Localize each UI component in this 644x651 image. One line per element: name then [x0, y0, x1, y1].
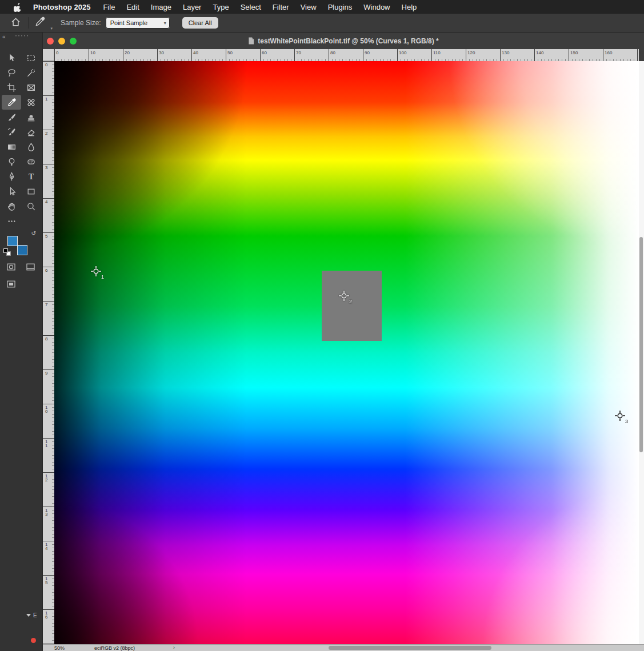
menu-bar: Photoshop 2025 FileEditImageLayerTypeSel…	[0, 0, 644, 14]
move-tool[interactable]	[2, 50, 21, 65]
blur-tool[interactable]	[21, 139, 41, 154]
clone-stamp-tool[interactable]	[21, 110, 41, 124]
swap-colors-icon[interactable]: ↺	[31, 230, 36, 236]
ruler-label: 1 4	[45, 542, 47, 550]
menu-item-edit[interactable]: Edit	[121, 3, 145, 11]
frame-tool[interactable]	[21, 80, 41, 95]
hand-icon	[7, 202, 17, 211]
pen-tool[interactable]	[2, 169, 21, 184]
menu-item-help[interactable]: Help	[396, 3, 423, 11]
menu-item-select[interactable]: Select	[235, 3, 267, 11]
collapsed-panel-tab[interactable]: E	[26, 612, 37, 618]
panel-grip[interactable]	[15, 35, 29, 37]
screen-mode-button[interactable]	[25, 262, 36, 275]
collapse-panel-button[interactable]: «	[2, 34, 5, 40]
menu-item-view[interactable]: View	[295, 3, 322, 11]
eyedropper-tool[interactable]	[2, 95, 21, 110]
document-icon	[248, 37, 254, 45]
eyedropper-icon	[34, 16, 46, 27]
full-screen-mode-button[interactable]	[6, 279, 17, 292]
menu-item-file[interactable]: File	[97, 3, 121, 11]
ruler-label: 150	[570, 50, 578, 55]
home-button[interactable]	[10, 17, 21, 30]
ruler-label: 20	[125, 50, 130, 55]
app-menu[interactable]: Photoshop 2025	[26, 3, 97, 11]
sampler-number: 2	[349, 299, 352, 304]
menu-item-image[interactable]: Image	[145, 3, 177, 11]
marquee-tool[interactable]	[21, 50, 41, 65]
ruler-label: 1 5	[45, 577, 47, 585]
path-selection-tool[interactable]	[2, 184, 21, 199]
horizontal-ruler[interactable]: 0102030405060708090100110120130140150160…	[54, 49, 639, 61]
sample-size-select[interactable]: Point Sample ▾	[106, 17, 170, 29]
eyedropper-preset-button[interactable]: ▾	[34, 16, 46, 30]
healing-brush-tool[interactable]	[21, 95, 41, 110]
ruler-label: 100	[399, 50, 406, 55]
ruler-label: 10	[90, 50, 95, 55]
quick-selection-tool[interactable]	[21, 65, 41, 80]
menu-item-window[interactable]: Window	[358, 3, 395, 11]
more-tools-tool[interactable]	[2, 214, 21, 228]
screen-mode-icon	[25, 262, 36, 272]
zoom-level-field[interactable]: 50%	[54, 645, 65, 651]
menu-item-plugins[interactable]: Plugins	[322, 3, 358, 11]
brush-tool[interactable]	[2, 110, 21, 124]
lasso-tool[interactable]	[2, 65, 21, 80]
tools-panel: « T ↺	[0, 33, 43, 651]
history-brush-tool[interactable]	[2, 124, 21, 139]
menu-item-type[interactable]: Type	[207, 3, 234, 11]
photoshop-app: Photoshop 2025 FileEditImageLayerTypeSel…	[0, 0, 644, 651]
ruler-label: 90	[365, 50, 370, 55]
gray-square	[322, 271, 382, 341]
rectangle-tool[interactable]	[21, 184, 41, 199]
gradient-tool[interactable]	[2, 139, 21, 154]
vertical-scrollbar[interactable]	[639, 237, 643, 452]
ruler-label: 80	[330, 50, 335, 55]
default-foreground-icon	[3, 248, 8, 253]
ruler-label: 1 3	[45, 508, 47, 516]
background-color-swatch[interactable]	[17, 245, 27, 255]
crop-tool[interactable]	[2, 80, 21, 95]
canvas[interactable]: 123	[54, 61, 639, 644]
tool-flyout-caret-icon: ▾	[50, 26, 53, 31]
ruler-label: 140	[536, 50, 543, 55]
hand-tool[interactable]	[2, 199, 21, 214]
color-sampler-1[interactable]: 1	[90, 266, 102, 277]
ruler-label: 7	[45, 303, 47, 307]
apple-menu[interactable]	[9, 2, 26, 12]
ruler-label: 4	[45, 200, 47, 204]
sampler-crosshair-icon	[90, 266, 102, 277]
options-separator	[28, 17, 29, 29]
ruler-label: 2	[45, 131, 47, 135]
ruler-label: 70	[296, 50, 301, 55]
document-profile-label: eciRGB v2 (8bpc)	[94, 645, 135, 651]
document-titlebar[interactable]: testWhitePointBlackPoint.tif @ 50% (Curv…	[43, 33, 644, 49]
menu-items: FileEditImageLayerTypeSelectFilterViewPl…	[97, 3, 422, 11]
color-sampler-3[interactable]: 3	[614, 410, 626, 421]
quick-mask-button[interactable]	[6, 262, 17, 275]
ruler-origin-box[interactable]	[43, 49, 54, 61]
foreground-color-swatch[interactable]	[7, 236, 18, 246]
status-menu-chevron-icon[interactable]: ›	[173, 645, 175, 650]
sponge-icon	[26, 157, 36, 167]
ruler-label: 0	[56, 50, 58, 55]
eraser-tool[interactable]	[21, 124, 41, 139]
status-bar: 50% eciRGB v2 (8bpc) ›	[43, 644, 644, 651]
color-sampler-2[interactable]: 2	[338, 290, 350, 302]
color-swatches: ↺	[7, 232, 35, 259]
ruler-label: 130	[502, 50, 509, 55]
zoom-tool[interactable]	[21, 199, 41, 214]
menu-item-filter[interactable]: Filter	[267, 3, 295, 11]
document-image	[54, 61, 639, 644]
clear-all-button[interactable]: Clear All	[182, 17, 218, 29]
clone-stamp-icon	[26, 112, 36, 122]
vertical-ruler[interactable]: 01234567891 01 11 21 31 41 51 61 7	[43, 61, 54, 644]
ruler-label: 5	[45, 234, 47, 238]
sample-size-label: Sample Size:	[61, 19, 101, 27]
dodge-tool[interactable]	[2, 154, 21, 169]
sponge-tool[interactable]	[21, 154, 41, 169]
type-tool[interactable]: T	[21, 169, 41, 184]
horizontal-scrollbar[interactable]	[329, 646, 491, 650]
menu-item-layer[interactable]: Layer	[177, 3, 207, 11]
default-colors-button[interactable]	[3, 248, 11, 256]
